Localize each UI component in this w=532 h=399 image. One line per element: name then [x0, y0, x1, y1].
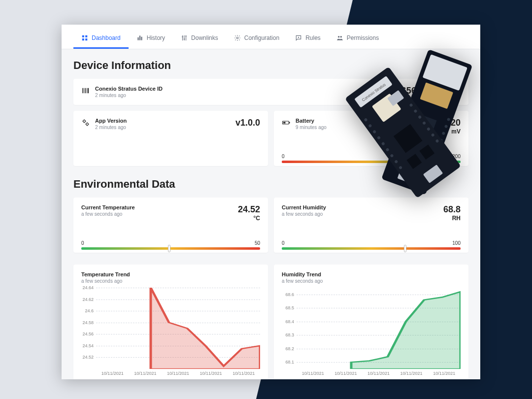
section-title-env: Environmental Data	[73, 178, 468, 191]
svg-rect-6	[141, 37, 142, 40]
card-humidity: Current Humidity a few seconds ago 68.8 …	[274, 198, 468, 253]
temp-min: 0	[81, 240, 84, 246]
tab-label: Permissions	[347, 34, 379, 41]
battery-unit: mV	[438, 128, 461, 135]
temp-label: Current Temperature	[81, 204, 135, 210]
card-device-id: Conexio Stratus Device ID 2 minutes ago …	[73, 79, 468, 105]
battery-marker	[422, 158, 425, 166]
card-battery: Battery 9 minutes ago 3,320 mV 0 4200	[274, 111, 468, 166]
battery-gauge	[282, 161, 461, 163]
svg-point-15	[86, 123, 89, 126]
tab-permissions[interactable]: Permissions	[329, 28, 387, 49]
tab-dashboard[interactable]: Dashboard	[73, 28, 129, 49]
app-version-ts: 2 minutes ago	[95, 125, 127, 130]
card-temp-trend: Temperature Trend a few seconds ago 24.6…	[73, 265, 268, 379]
temp-trend-chart: 24.6424.6224.624.5824.5624.5424.52	[96, 288, 260, 369]
hum-trend-ts: a few seconds ago	[282, 278, 461, 284]
battery-icon	[282, 118, 291, 127]
tab-rules[interactable]: Rules	[287, 28, 329, 49]
device-id-label: Conexio Stratus Device ID	[95, 86, 163, 92]
temp-unit: °C	[238, 215, 260, 222]
card-hum-trend: Humidity Trend a few seconds ago 68.668.…	[274, 265, 468, 379]
nav-tabs: Dashboard History Downlinks Configuratio…	[62, 25, 480, 49]
card-temperature: Current Temperature a few seconds ago 24…	[73, 198, 268, 253]
svg-rect-0	[82, 35, 84, 37]
tab-label: Dashboard	[92, 34, 121, 41]
temp-value: 24.52	[238, 204, 260, 215]
barcode-icon	[81, 86, 90, 95]
temp-trend-legend: -○- Temperature	[81, 379, 260, 379]
card-app-version: App Version 2 minutes ago v1.0.0	[73, 111, 268, 166]
svg-rect-2	[82, 38, 84, 40]
tab-label: Downlinks	[191, 34, 218, 41]
battery-label: Battery	[296, 118, 327, 124]
tab-label: History	[147, 34, 165, 41]
svg-rect-3	[85, 38, 87, 40]
temp-trend-ts: a few seconds ago	[81, 278, 260, 284]
grid-icon	[81, 34, 88, 41]
app-version-value: v1.0.0	[235, 118, 260, 128]
svg-rect-17	[289, 122, 290, 124]
hum-label: Current Humidity	[282, 204, 326, 210]
hum-max: 100	[452, 240, 461, 246]
svg-rect-5	[139, 35, 140, 40]
svg-point-13	[340, 36, 342, 38]
section-title-device: Device Information	[73, 59, 468, 72]
gear-icon	[234, 34, 241, 41]
app-version-label: App Version	[95, 118, 127, 124]
svg-point-10	[236, 37, 238, 39]
svg-point-11	[298, 37, 299, 38]
svg-point-8	[184, 38, 185, 39]
hum-ts: a few seconds ago	[282, 211, 326, 217]
temp-trend-label: Temperature Trend	[81, 271, 260, 277]
hum-trend-legend: -○- Humidity	[282, 379, 461, 379]
svg-point-12	[338, 36, 340, 38]
hum-marker	[404, 245, 406, 252]
svg-point-9	[185, 35, 186, 36]
hum-gauge	[282, 247, 461, 250]
hum-trend-xaxis: 10/11/202110/11/202110/11/202110/11/2021…	[297, 371, 461, 376]
chat-gear-icon	[295, 34, 302, 41]
temp-marker	[168, 245, 170, 252]
dashboard-panel: Dashboard History Downlinks Configuratio…	[62, 25, 480, 379]
battery-ts: 9 minutes ago	[296, 125, 327, 130]
battery-min: 0	[282, 154, 285, 159]
device-id-ts: 2 minutes ago	[95, 93, 163, 98]
device-id-value: 352656103852334	[387, 86, 461, 96]
temp-max: 50	[255, 240, 260, 246]
svg-rect-4	[137, 37, 138, 40]
sliders-icon	[181, 34, 188, 41]
hum-unit: RH	[443, 215, 461, 222]
hum-trend-chart: 68.668.568.468.368.268.1	[297, 288, 461, 369]
temp-gauge	[81, 247, 260, 250]
tab-configuration[interactable]: Configuration	[226, 28, 287, 49]
content-area: Device Information Conexio Stratus Devic…	[62, 49, 480, 379]
hum-min: 0	[282, 240, 285, 246]
tab-label: Configuration	[244, 34, 279, 41]
battery-value: 3,320	[438, 118, 461, 128]
users-icon	[336, 34, 343, 41]
tab-label: Rules	[305, 34, 321, 41]
hum-value: 68.8	[443, 204, 461, 215]
gears-icon	[81, 118, 90, 127]
tab-downlinks[interactable]: Downlinks	[173, 28, 226, 49]
hum-trend-label: Humidity Trend	[282, 271, 461, 277]
temp-trend-xaxis: 10/11/202110/11/202110/11/202110/11/2021…	[96, 371, 260, 376]
tab-history[interactable]: History	[129, 28, 173, 49]
battery-max: 4200	[450, 154, 461, 159]
bars-icon	[136, 34, 143, 41]
temp-ts: a few seconds ago	[81, 211, 135, 217]
svg-rect-18	[283, 122, 286, 124]
svg-rect-1	[85, 35, 87, 37]
svg-point-14	[83, 120, 86, 123]
svg-point-7	[182, 36, 183, 37]
